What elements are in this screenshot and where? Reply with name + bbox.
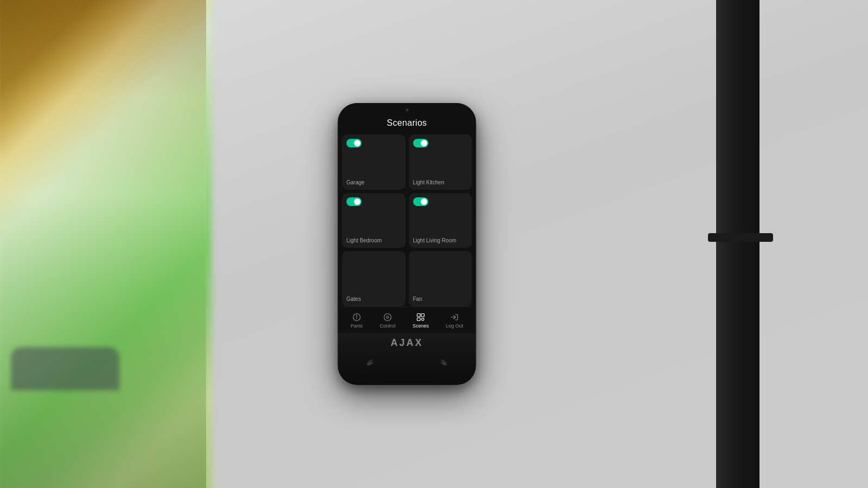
svg-point-2: [356, 318, 358, 319]
scenario-name-garage: Garage: [347, 179, 401, 185]
svg-point-3: [384, 314, 391, 321]
toggle-garage[interactable]: [347, 139, 362, 147]
device-container: Scenarios Garage Light Kitchen: [338, 103, 476, 385]
nav-scenes-label: Scenes: [412, 323, 429, 329]
scenes-icon: [416, 312, 425, 322]
device-nfc: [338, 352, 476, 385]
nav-control-label: Control: [380, 323, 395, 329]
device-screen: Scenarios Garage Light Kitchen: [338, 103, 476, 333]
door-frame: [716, 0, 760, 488]
camera-dot: [406, 108, 409, 111]
scenario-card-fan[interactable]: Fan: [409, 251, 472, 306]
nav-scenes[interactable]: Scenes: [408, 311, 433, 330]
logout-icon: [450, 312, 459, 322]
scenario-card-light-living-room[interactable]: Light Living Room: [409, 193, 472, 248]
scenario-name-light-living-room: Light Living Room: [413, 237, 468, 243]
toggle-light-living-room[interactable]: [413, 197, 428, 206]
nav-panic[interactable]: Panic: [346, 311, 367, 330]
outdoor-overlay: [0, 0, 206, 488]
svg-rect-6: [421, 314, 424, 317]
nfc-left-icon: [365, 357, 380, 375]
scenario-card-garage[interactable]: Garage: [342, 134, 406, 190]
toggle-light-bedroom[interactable]: [347, 197, 362, 206]
svg-point-8: [422, 318, 424, 321]
scenario-card-light-bedroom[interactable]: Light Bedroom: [342, 193, 406, 248]
scenario-name-gates: Gates: [347, 296, 401, 302]
svg-rect-5: [417, 314, 420, 317]
toggle-light-kitchen[interactable]: [413, 139, 428, 147]
svg-point-4: [387, 316, 389, 318]
scenario-name-light-kitchen: Light Kitchen: [413, 179, 468, 185]
scenario-card-gates[interactable]: Gates: [342, 251, 406, 306]
device-branding: AJAX: [338, 333, 476, 352]
ajax-logo: AJAX: [391, 337, 423, 349]
toggle-container-light-bedroom: [347, 197, 401, 206]
nav-logout[interactable]: Log Out: [442, 311, 468, 330]
scenario-card-light-kitchen[interactable]: Light Kitchen: [409, 134, 472, 190]
svg-rect-7: [417, 318, 420, 321]
nav-panic-label: Panic: [350, 323, 363, 329]
car: [11, 347, 119, 390]
nav-bar: Panic Control: [342, 306, 472, 333]
nfc-right-icon: [434, 357, 449, 375]
wall: [206, 0, 868, 488]
panic-icon: [352, 312, 361, 322]
toggle-container-light-kitchen: [413, 139, 468, 147]
control-icon: [383, 312, 393, 322]
scenarios-grid: Garage Light Kitchen Light Bedroom: [342, 134, 472, 306]
toggle-container-light-living-room: [413, 197, 468, 206]
scenario-name-light-bedroom: Light Bedroom: [347, 237, 401, 243]
scenario-name-fan: Fan: [413, 296, 468, 302]
nav-control[interactable]: Control: [375, 311, 400, 330]
ajax-keypad: Scenarios Garage Light Kitchen: [338, 103, 476, 385]
screen-title: Scenarios: [342, 118, 472, 128]
door-handle: [708, 233, 773, 242]
nav-logout-label: Log Out: [446, 323, 463, 329]
toggle-container-garage: [347, 139, 401, 147]
